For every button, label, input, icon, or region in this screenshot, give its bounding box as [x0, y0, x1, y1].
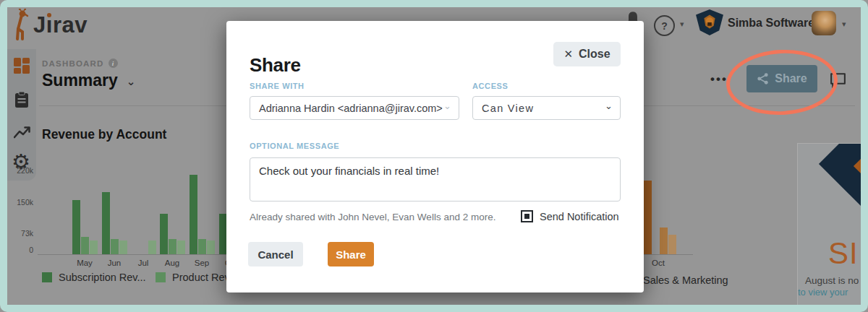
month-label: May: [70, 259, 99, 267]
promo-link[interactable]: to view your: [798, 287, 848, 298]
user-avatar[interactable]: [812, 11, 836, 35]
bar: [177, 240, 185, 254]
breadcrumb-row: DASHBOARD i: [42, 58, 118, 68]
sidebar-item-dashboards[interactable]: [14, 58, 30, 74]
bar: [148, 240, 156, 254]
giraffe-icon: [10, 9, 32, 42]
legend-swatch: [156, 272, 166, 282]
share-with-value: Adrianna Hardin <adrianna@jirav.com>: [259, 103, 443, 114]
legend-label: Subscription Rev...: [59, 272, 146, 283]
annotation-ellipse: [725, 47, 839, 118]
cancel-button[interactable]: Cancel: [248, 242, 303, 266]
legend-label: Sales & Marketing: [643, 274, 728, 286]
send-notification-toggle[interactable]: Send Notification: [521, 210, 619, 222]
logo-letter: J: [33, 12, 46, 38]
optional-message-label: OPTIONAL MESSAGE: [250, 142, 339, 150]
y-tick-label: 150k: [12, 198, 33, 207]
bar: [660, 228, 668, 254]
bar: [668, 235, 676, 254]
share-modal: Share ✕ Close SHARE WITH ACCESS Adrianna…: [226, 21, 644, 292]
bar: [198, 239, 206, 254]
month-label: Sep: [187, 259, 216, 267]
chevron-down-icon: ⌄: [443, 100, 451, 111]
bar: [190, 175, 197, 254]
bar: [81, 237, 89, 254]
bar: [119, 240, 127, 254]
y-tick-label: 0: [12, 246, 33, 254]
message-textarea[interactable]: Check out your financials in real time!: [250, 157, 621, 202]
trend-icon: [14, 126, 30, 140]
share-with-select[interactable]: Adrianna Hardin <adrianna@jirav.com> ⌄: [250, 96, 459, 120]
sidebar-item-settings[interactable]: ⚙: [12, 152, 27, 168]
x-axis: [38, 254, 229, 255]
close-label: Close: [579, 48, 610, 61]
bar: [111, 239, 119, 254]
checkbox-checked-icon[interactable]: [521, 210, 533, 222]
x-axis: [639, 254, 693, 255]
month-label: Aug: [158, 259, 187, 267]
app-screenshot: Jırav ? ▾ Simba Software ▾: [0, 0, 868, 312]
y-tick-label: 73k: [12, 229, 33, 238]
share-submit-button[interactable]: Share: [328, 242, 374, 266]
logo-letter-i: ı: [46, 12, 53, 38]
sidebar: ⚙: [7, 49, 36, 181]
month-label: Jul: [129, 259, 158, 267]
bar: [207, 240, 215, 254]
more-options-button[interactable]: •••: [710, 72, 728, 87]
access-select[interactable]: Can View ⌄: [472, 96, 621, 120]
info-icon[interactable]: i: [109, 58, 118, 68]
month-label: Oct: [644, 259, 673, 267]
modal-title: Share: [250, 54, 301, 77]
logo-wordmark: Jırav: [33, 12, 88, 38]
page-title-row[interactable]: Summary ⌄: [42, 71, 135, 90]
access-label: ACCESS: [472, 82, 508, 90]
logo-i-dot: [47, 13, 51, 17]
company-name[interactable]: Simba Software: [728, 17, 814, 30]
access-value: Can View: [482, 103, 534, 114]
shared-note: Already shared with John Nevel, Evan Wel…: [250, 212, 495, 222]
bar: [72, 200, 80, 254]
jirav-logo[interactable]: [10, 9, 32, 45]
bar: [644, 181, 652, 254]
month-label: Jun: [100, 259, 129, 267]
sidebar-item-trends[interactable]: [14, 126, 30, 142]
bar: [90, 240, 98, 254]
help-icon[interactable]: ?: [654, 15, 675, 36]
bar: [102, 192, 110, 254]
promo-text: August is no: [805, 275, 859, 286]
simba-diamond-logo: [819, 143, 862, 211]
legend-item[interactable]: Subscription Rev...: [42, 272, 146, 283]
clipboard-icon: [14, 92, 30, 108]
company-logo-icon: [696, 9, 723, 38]
send-notification-label: Send Notification: [540, 211, 619, 222]
promo-card: SI August is no to view your: [797, 143, 862, 308]
y-tick-label: 220k: [12, 166, 33, 175]
share-with-label: SHARE WITH: [250, 82, 305, 90]
chevron-down-icon: ⌄: [127, 75, 136, 88]
close-icon: ✕: [563, 48, 573, 61]
page-title: Summary: [42, 71, 118, 90]
legend-swatch: [42, 272, 52, 282]
promo-headline: SI: [828, 236, 859, 271]
user-menu-caret-icon[interactable]: ▾: [842, 20, 846, 29]
sidebar-item-reports[interactable]: [14, 92, 30, 108]
checkbox-fill: [524, 214, 529, 219]
bar: [160, 214, 168, 254]
bar: [169, 239, 176, 254]
close-button[interactable]: ✕ Close: [553, 42, 621, 66]
help-caret-icon[interactable]: ▾: [680, 20, 684, 29]
help-glyph: ?: [661, 20, 668, 32]
logo-letters: rav: [53, 12, 88, 38]
chevron-down-icon: ⌄: [605, 100, 613, 111]
breadcrumb: DASHBOARD: [42, 59, 104, 68]
chart-title: Revenue by Account: [42, 127, 166, 142]
